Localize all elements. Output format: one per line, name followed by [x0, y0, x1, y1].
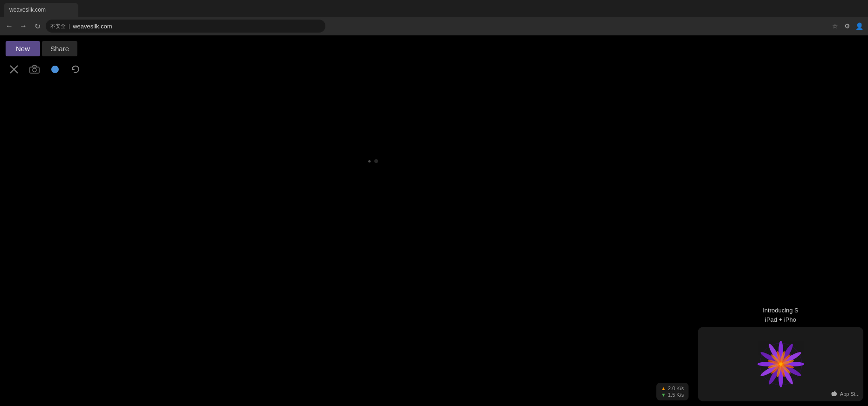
apple-icon	[831, 390, 838, 398]
svg-point-3	[33, 68, 36, 72]
silk-art-image	[753, 336, 809, 392]
active-tab[interactable]: weavesilk.com	[4, 3, 78, 17]
upload-value: 2.0 K/s	[668, 386, 684, 391]
btn-row: New Share	[6, 41, 84, 56]
expand-icon[interactable]	[7, 63, 21, 76]
notification-panel: Introducing S iPad + iPho	[693, 303, 868, 401]
new-button[interactable]: New	[6, 41, 40, 56]
svg-point-5	[51, 66, 59, 73]
url-display: weavesilk.com	[73, 23, 112, 30]
browser-icons-right: ☆ ⚙ 👤	[830, 21, 864, 31]
toolbar: New Share	[0, 35, 90, 78]
share-button[interactable]: Share	[42, 41, 77, 56]
reload-button[interactable]: ↻	[32, 20, 43, 32]
tab-bar: weavesilk.com	[0, 0, 868, 17]
upload-icon: ▲	[661, 386, 666, 391]
address-bar[interactable]: 不安全 | weavesilk.com	[46, 20, 325, 33]
download-value: 1.5 K/s	[668, 392, 684, 398]
camera-icon[interactable]	[28, 63, 41, 76]
cursor-dot	[368, 160, 371, 162]
color-circle-icon[interactable]	[48, 63, 62, 76]
download-icon: ▼	[661, 392, 666, 398]
app-store-label: App St...	[840, 391, 860, 397]
svg-rect-4	[33, 66, 36, 67]
security-label: 不安全	[50, 23, 66, 30]
forward-button[interactable]: →	[18, 20, 29, 32]
app-store-badge[interactable]: App St...	[831, 390, 860, 398]
icon-row	[6, 61, 84, 78]
bookmark-star-icon[interactable]: ☆	[830, 21, 840, 31]
cursor-hint	[374, 159, 378, 163]
browser-chrome: ← → ↻ 不安全 | weavesilk.com ☆ ⚙ 👤	[0, 17, 868, 35]
profile-icon[interactable]: 👤	[854, 21, 864, 31]
extensions-icon[interactable]: ⚙	[842, 21, 852, 31]
upload-stat: ▲ 2.0 K/s	[661, 386, 684, 391]
back-button[interactable]: ←	[4, 20, 15, 32]
app-canvas[interactable]: New Share	[0, 35, 868, 406]
notification-title: Introducing S iPad + iPho	[693, 303, 868, 327]
notification-card[interactable]: App St...	[698, 327, 863, 401]
tab-title: weavesilk.com	[9, 7, 46, 13]
network-stats: ▲ 2.0 K/s ▼ 1.5 K/s	[656, 383, 689, 400]
cursor-area	[368, 156, 392, 166]
reset-icon[interactable]	[69, 63, 82, 76]
download-stat: ▼ 1.5 K/s	[661, 392, 684, 398]
